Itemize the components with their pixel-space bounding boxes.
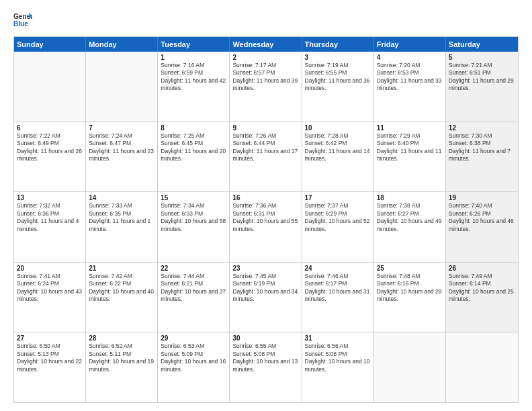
day-info: Sunrise: 7:17 AM Sunset: 6:57 PM Dayligh… <box>232 62 298 93</box>
svg-text:Blue: Blue <box>13 20 28 28</box>
day-cell-17: 17Sunrise: 7:37 AM Sunset: 6:29 PM Dayli… <box>302 192 374 262</box>
day-info: Sunrise: 7:19 AM Sunset: 6:55 PM Dayligh… <box>305 62 371 93</box>
day-cell-13: 13Sunrise: 7:32 AM Sunset: 6:36 PM Dayli… <box>14 192 86 262</box>
day-info: Sunrise: 7:36 AM Sunset: 6:31 PM Dayligh… <box>232 202 298 233</box>
day-info: Sunrise: 7:30 AM Sunset: 6:38 PM Dayligh… <box>449 132 515 163</box>
day-cell-9: 9Sunrise: 7:26 AM Sunset: 6:44 PM Daylig… <box>230 122 302 192</box>
day-number: 18 <box>377 194 443 201</box>
day-number: 7 <box>89 124 154 132</box>
day-number: 6 <box>17 124 83 132</box>
calendar-header: SundayMondayTuesdayWednesdayThursdayFrid… <box>14 37 518 52</box>
day-cell-10: 10Sunrise: 7:28 AM Sunset: 6:42 PM Dayli… <box>302 122 374 192</box>
header-day-wednesday: Wednesday <box>230 37 302 52</box>
day-number: 17 <box>305 194 371 201</box>
day-number: 28 <box>89 334 154 342</box>
day-info: Sunrise: 7:48 AM Sunset: 6:16 PM Dayligh… <box>377 273 443 304</box>
header-day-monday: Monday <box>86 37 158 52</box>
day-info: Sunrise: 6:56 AM Sunset: 5:06 PM Dayligh… <box>305 342 371 373</box>
calendar-row-1: 6Sunrise: 7:22 AM Sunset: 6:49 PM Daylig… <box>14 122 518 193</box>
day-number: 14 <box>89 194 154 201</box>
day-info: Sunrise: 7:38 AM Sunset: 6:27 PM Dayligh… <box>377 202 443 233</box>
day-cell-30: 30Sunrise: 6:55 AM Sunset: 5:08 PM Dayli… <box>230 332 302 402</box>
day-info: Sunrise: 7:33 AM Sunset: 6:35 PM Dayligh… <box>89 202 154 233</box>
day-number: 27 <box>17 334 83 342</box>
day-cell-19: 19Sunrise: 7:40 AM Sunset: 6:26 PM Dayli… <box>446 192 518 262</box>
day-info: Sunrise: 7:28 AM Sunset: 6:42 PM Dayligh… <box>305 132 371 163</box>
day-number: 30 <box>232 334 298 342</box>
day-info: Sunrise: 7:24 AM Sunset: 6:47 PM Dayligh… <box>89 132 154 163</box>
day-number: 2 <box>232 54 298 61</box>
day-info: Sunrise: 7:42 AM Sunset: 6:22 PM Dayligh… <box>89 273 154 304</box>
day-cell-24: 24Sunrise: 7:46 AM Sunset: 6:17 PM Dayli… <box>302 263 374 332</box>
calendar-row-2: 13Sunrise: 7:32 AM Sunset: 6:36 PM Dayli… <box>14 192 518 263</box>
day-cell-18: 18Sunrise: 7:38 AM Sunset: 6:27 PM Dayli… <box>374 192 446 262</box>
day-number: 26 <box>449 265 515 272</box>
calendar-row-4: 27Sunrise: 6:50 AM Sunset: 5:13 PM Dayli… <box>14 332 518 402</box>
day-number: 29 <box>161 334 226 342</box>
day-number: 22 <box>161 265 226 272</box>
header-day-tuesday: Tuesday <box>158 37 230 52</box>
calendar-row-3: 20Sunrise: 7:41 AM Sunset: 6:24 PM Dayli… <box>14 263 518 333</box>
day-cell-4: 4Sunrise: 7:20 AM Sunset: 6:53 PM Daylig… <box>374 52 446 122</box>
day-cell-8: 8Sunrise: 7:25 AM Sunset: 6:45 PM Daylig… <box>158 122 230 192</box>
day-info: Sunrise: 7:44 AM Sunset: 6:21 PM Dayligh… <box>161 273 226 304</box>
day-number: 25 <box>377 265 443 272</box>
day-number: 11 <box>377 124 443 132</box>
day-number: 16 <box>232 194 298 201</box>
day-cell-6: 6Sunrise: 7:22 AM Sunset: 6:49 PM Daylig… <box>14 122 86 192</box>
day-number: 31 <box>305 334 371 342</box>
header-day-thursday: Thursday <box>302 37 374 52</box>
day-number: 1 <box>161 54 226 61</box>
day-info: Sunrise: 7:34 AM Sunset: 6:33 PM Dayligh… <box>161 202 226 233</box>
day-cell-3: 3Sunrise: 7:19 AM Sunset: 6:55 PM Daylig… <box>302 52 374 122</box>
day-cell-25: 25Sunrise: 7:48 AM Sunset: 6:16 PM Dayli… <box>374 263 446 332</box>
day-cell-11: 11Sunrise: 7:29 AM Sunset: 6:40 PM Dayli… <box>374 122 446 192</box>
day-cell-26: 26Sunrise: 7:49 AM Sunset: 6:14 PM Dayli… <box>446 263 518 332</box>
day-number: 15 <box>161 194 226 201</box>
header-day-saturday: Saturday <box>446 37 518 52</box>
day-number: 10 <box>305 124 371 132</box>
day-cell-22: 22Sunrise: 7:44 AM Sunset: 6:21 PM Dayli… <box>158 263 230 332</box>
day-cell-16: 16Sunrise: 7:36 AM Sunset: 6:31 PM Dayli… <box>230 192 302 262</box>
day-cell-14: 14Sunrise: 7:33 AM Sunset: 6:35 PM Dayli… <box>86 192 158 262</box>
day-cell-27: 27Sunrise: 6:50 AM Sunset: 5:13 PM Dayli… <box>14 332 86 402</box>
day-cell-12: 12Sunrise: 7:30 AM Sunset: 6:38 PM Dayli… <box>446 122 518 192</box>
day-info: Sunrise: 6:50 AM Sunset: 5:13 PM Dayligh… <box>17 342 83 373</box>
calendar-body: 1Sunrise: 7:16 AM Sunset: 6:59 PM Daylig… <box>14 52 518 402</box>
page: General Blue SundayMondayTuesdayWednesda… <box>0 0 532 411</box>
empty-cell-4-6 <box>446 332 518 402</box>
empty-cell-0-1 <box>86 52 158 122</box>
day-cell-21: 21Sunrise: 7:42 AM Sunset: 6:22 PM Dayli… <box>86 263 158 332</box>
day-info: Sunrise: 7:16 AM Sunset: 6:59 PM Dayligh… <box>161 62 226 93</box>
day-info: Sunrise: 7:21 AM Sunset: 6:51 PM Dayligh… <box>449 62 515 93</box>
day-number: 5 <box>449 54 515 61</box>
day-info: Sunrise: 7:22 AM Sunset: 6:49 PM Dayligh… <box>17 132 83 163</box>
calendar-row-0: 1Sunrise: 7:16 AM Sunset: 6:59 PM Daylig… <box>14 52 518 122</box>
day-info: Sunrise: 7:20 AM Sunset: 6:53 PM Dayligh… <box>377 62 443 93</box>
day-info: Sunrise: 7:41 AM Sunset: 6:24 PM Dayligh… <box>17 273 83 304</box>
day-number: 3 <box>305 54 371 61</box>
day-info: Sunrise: 6:55 AM Sunset: 5:08 PM Dayligh… <box>232 342 298 373</box>
header: General Blue <box>13 11 519 30</box>
day-number: 20 <box>17 265 83 272</box>
day-number: 4 <box>377 54 443 61</box>
day-number: 24 <box>305 265 371 272</box>
logo-icon: General Blue <box>13 11 32 30</box>
day-number: 21 <box>89 265 154 272</box>
empty-cell-4-5 <box>374 332 446 402</box>
day-cell-20: 20Sunrise: 7:41 AM Sunset: 6:24 PM Dayli… <box>14 263 86 332</box>
day-info: Sunrise: 6:52 AM Sunset: 5:11 PM Dayligh… <box>89 342 154 373</box>
day-info: Sunrise: 7:40 AM Sunset: 6:26 PM Dayligh… <box>449 202 515 233</box>
day-number: 9 <box>232 124 298 132</box>
day-info: Sunrise: 7:49 AM Sunset: 6:14 PM Dayligh… <box>449 273 515 304</box>
day-info: Sunrise: 7:37 AM Sunset: 6:29 PM Dayligh… <box>305 202 371 233</box>
day-info: Sunrise: 7:45 AM Sunset: 6:19 PM Dayligh… <box>232 273 298 304</box>
day-info: Sunrise: 7:29 AM Sunset: 6:40 PM Dayligh… <box>377 132 443 163</box>
day-cell-5: 5Sunrise: 7:21 AM Sunset: 6:51 PM Daylig… <box>446 52 518 122</box>
day-number: 19 <box>449 194 515 201</box>
header-day-sunday: Sunday <box>14 37 86 52</box>
day-number: 13 <box>17 194 83 201</box>
day-cell-2: 2Sunrise: 7:17 AM Sunset: 6:57 PM Daylig… <box>230 52 302 122</box>
day-info: Sunrise: 7:26 AM Sunset: 6:44 PM Dayligh… <box>232 132 298 163</box>
day-cell-7: 7Sunrise: 7:24 AM Sunset: 6:47 PM Daylig… <box>86 122 158 192</box>
